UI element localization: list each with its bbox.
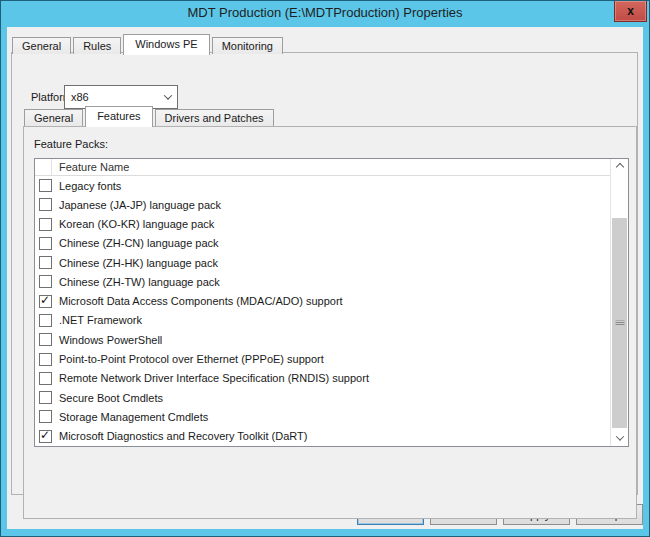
feature-checkbox[interactable]: ✓ <box>39 218 52 231</box>
tab-features[interactable]: Features <box>85 106 152 127</box>
tab-monitoring[interactable]: Monitoring <box>212 37 283 54</box>
feature-checkbox[interactable]: ✓ <box>39 237 52 250</box>
feature-row[interactable]: ✓Secure Boot Cmdlets <box>35 388 610 407</box>
tab-general[interactable]: General <box>12 37 71 54</box>
feature-checkbox[interactable]: ✓ <box>39 198 52 211</box>
checkmark-icon: ✓ <box>40 428 50 442</box>
feature-row[interactable]: ✓Legacy fonts <box>35 176 610 195</box>
list-body: ✓Legacy fonts✓Japanese (JA-JP) language … <box>35 176 610 446</box>
feature-checkbox[interactable]: ✓ <box>39 391 52 404</box>
feature-name-column-header[interactable]: Feature Name <box>52 161 129 173</box>
feature-checkbox[interactable]: ✓ <box>39 275 52 288</box>
feature-label: Microsoft Diagnostics and Recovery Toolk… <box>59 430 307 442</box>
checkmark-icon: ✓ <box>40 293 50 307</box>
feature-row[interactable]: ✓Chinese (ZH-HK) language pack <box>35 253 610 272</box>
scrollbar-grip-icon <box>615 321 624 326</box>
tab-drivers-and-patches[interactable]: Drivers and Patches <box>155 109 274 126</box>
feature-label: Japanese (JA-JP) language pack <box>59 199 221 211</box>
feature-row[interactable]: ✓Japanese (JA-JP) language pack <box>35 195 610 214</box>
vertical-scrollbar[interactable] <box>610 159 628 446</box>
feature-label: Microsoft Data Access Components (MDAC/A… <box>59 295 343 307</box>
feature-checkbox[interactable]: ✓ <box>39 295 52 308</box>
feature-checkbox[interactable]: ✓ <box>39 179 52 192</box>
scrollbar-thumb[interactable] <box>612 218 627 428</box>
feature-label: Windows PowerShell <box>59 334 162 346</box>
feature-row[interactable]: ✓.NET Framework <box>35 311 610 330</box>
properties-dialog: MDT Production (E:\MDTProduction) Proper… <box>0 0 650 537</box>
feature-row[interactable]: ✓Windows PowerShell <box>35 330 610 349</box>
features-tabpage: Feature Packs: Feature Name ✓Legacy font… <box>23 126 637 519</box>
feature-row[interactable]: ✓Point-to-Point Protocol over Ethernet (… <box>35 349 610 368</box>
windows-pe-tabpage: Platform: x86 GeneralFeaturesDrivers and… <box>11 52 638 495</box>
feature-row[interactable]: ✓Storage Management Cmdlets <box>35 407 610 426</box>
chevron-down-icon <box>615 432 623 440</box>
feature-label: Storage Management Cmdlets <box>59 411 208 423</box>
tab-windows-pe[interactable]: Windows PE <box>123 34 209 55</box>
tab-general[interactable]: General <box>24 109 83 126</box>
scroll-down-button[interactable] <box>611 430 628 446</box>
titlebar[interactable]: MDT Production (E:\MDTProduction) Proper… <box>0 0 650 27</box>
feature-label: Chinese (ZH-TW) language pack <box>59 276 220 288</box>
list-column-header[interactable]: Feature Name <box>35 159 610 176</box>
feature-checkbox[interactable]: ✓ <box>39 333 52 346</box>
feature-checkbox[interactable]: ✓ <box>39 410 52 423</box>
feature-label: Chinese (ZH-HK) language pack <box>59 257 218 269</box>
feature-row[interactable]: ✓Microsoft Diagnostics and Recovery Tool… <box>35 426 610 445</box>
feature-label: Remote Network Driver Interface Specific… <box>59 372 369 384</box>
feature-packs-label: Feature Packs: <box>34 138 108 150</box>
feature-label: Point-to-Point Protocol over Ethernet (P… <box>59 353 324 365</box>
scroll-up-button[interactable] <box>611 159 628 175</box>
window-title: MDT Production (E:\MDTProduction) Proper… <box>40 0 610 27</box>
feature-checkbox[interactable]: ✓ <box>39 430 52 443</box>
close-icon: x <box>627 5 634 17</box>
feature-label: Secure Boot Cmdlets <box>59 392 163 404</box>
feature-label: Chinese (ZH-CN) language pack <box>59 237 219 249</box>
feature-checkbox[interactable]: ✓ <box>39 256 52 269</box>
chevron-up-icon <box>615 163 623 171</box>
feature-label: Legacy fonts <box>59 180 121 192</box>
feature-checkbox[interactable]: ✓ <box>39 314 52 327</box>
feature-packs-list: Feature Name ✓Legacy fonts✓Japanese (JA-… <box>34 158 629 447</box>
close-button[interactable]: x <box>614 1 647 22</box>
feature-row[interactable]: ✓Korean (KO-KR) language pack <box>35 215 610 234</box>
inner-tabstrip: GeneralFeaturesDrivers and Patches <box>24 105 276 126</box>
checkbox-column-header[interactable] <box>35 159 52 175</box>
feature-row[interactable]: ✓Chinese (ZH-CN) language pack <box>35 234 610 253</box>
outer-tabstrip: GeneralRulesWindows PEMonitoring <box>12 33 285 54</box>
feature-checkbox[interactable]: ✓ <box>39 372 52 385</box>
feature-label: Korean (KO-KR) language pack <box>59 218 214 230</box>
chevron-down-icon <box>164 91 172 99</box>
feature-row[interactable]: ✓Chinese (ZH-TW) language pack <box>35 272 610 291</box>
feature-label: .NET Framework <box>59 314 142 326</box>
dialog-client-area: GeneralRulesWindows PEMonitoring Platfor… <box>7 27 643 529</box>
tab-rules[interactable]: Rules <box>73 37 121 54</box>
feature-row[interactable]: ✓Microsoft Data Access Components (MDAC/… <box>35 292 610 311</box>
feature-checkbox[interactable]: ✓ <box>39 353 52 366</box>
feature-row[interactable]: ✓Remote Network Driver Interface Specifi… <box>35 369 610 388</box>
platform-value: x86 <box>71 91 165 103</box>
